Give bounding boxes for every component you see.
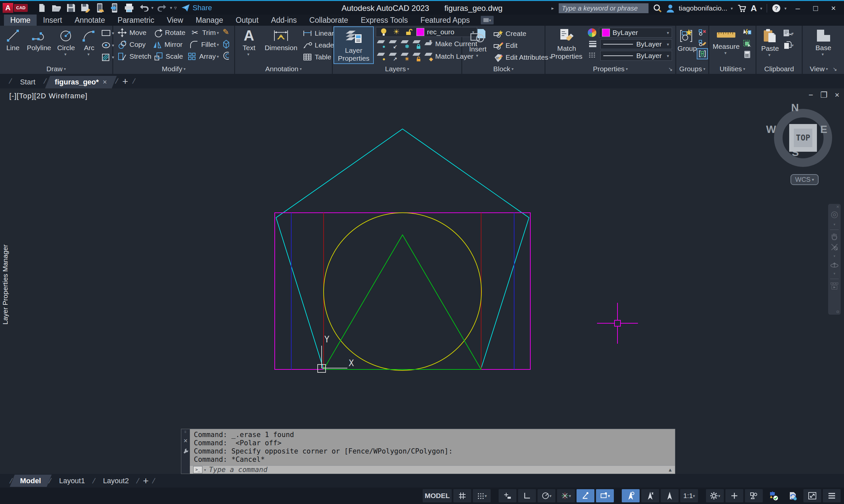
insert-block-tool[interactable]: Insert ▾ [466,27,490,63]
tab-layout1[interactable]: Layout1 [51,474,93,487]
ribbon-display-toggle[interactable]: ▾ [481,16,494,24]
rotate-tool[interactable]: Rotate [153,27,188,38]
redo-icon[interactable] [157,3,168,13]
text-tool[interactable]: A Text ▾ [238,27,260,63]
navbar-collapse-icon[interactable]: ⊖ [836,309,839,314]
scale-dropdown-icon[interactable]: ▾ [693,493,695,498]
cyan-pentagon[interactable] [276,129,529,370]
tab-annotate[interactable]: Annotate [68,15,111,26]
ucs-y-label[interactable]: Y [324,335,329,344]
array-dropdown-icon[interactable]: ▾ [217,54,219,59]
ucs-x-label[interactable]: X [349,358,354,368]
new-drawing-tab-button[interactable]: + [122,76,128,87]
save-icon[interactable] [65,3,76,13]
crosshair-pickbox[interactable] [615,320,620,326]
copy-tool[interactable]: Copy [117,39,150,50]
hatch-tool-icon[interactable] [101,52,111,62]
search-input[interactable]: Type a keyword or phrase [559,3,649,13]
layer-unlock-icon[interactable] [404,27,414,37]
new-layout-button[interactable]: + [139,474,153,487]
navbar-close-icon[interactable]: ✕ [836,204,839,209]
annotation-autoscale-toggle[interactable] [641,489,659,502]
file-tab-start[interactable]: Start [13,76,42,88]
viewcube-north[interactable]: N [791,102,799,114]
open-folder-icon[interactable] [51,3,62,13]
trim-tool[interactable]: ✂Trim▾ [190,27,219,38]
panel-annotation-label[interactable]: Annotation▾ [235,65,332,73]
user-avatar-icon[interactable] [666,4,674,13]
user-dropdown-icon[interactable]: ▾ [731,6,733,11]
viewport-minimize-icon[interactable]: − [808,90,813,100]
minimize-button[interactable]: – [791,2,804,15]
file-tab-figuras-geo[interactable]: figuras_geo*× [48,76,114,88]
stretch-tool[interactable]: Stretch [117,51,152,62]
annotation-monitor-button[interactable] [725,489,743,502]
linetype-dropdown[interactable]: ByLayer ▾ [600,51,672,61]
line-tool[interactable]: Line [3,27,23,63]
hardware-acceleration-button[interactable] [764,489,782,502]
paste-dropdown-icon[interactable]: ▾ [769,52,771,57]
ungroup-icon[interactable] [697,28,707,38]
create-block-tool[interactable]: Create [493,29,551,39]
panel-groups-label[interactable]: Groups▾ [676,65,708,73]
viewport-controls-label[interactable]: [-][Top][2D Wireframe] [9,92,87,100]
snap-dropdown-icon[interactable]: ▾ [485,493,487,498]
viewcube-west[interactable]: W [766,123,776,136]
pan-hand-icon[interactable] [830,233,838,240]
command-close-icon[interactable]: ✕ [183,438,188,444]
fillet-dropdown-icon[interactable]: ▾ [217,42,219,47]
command-wrench-icon[interactable] [183,448,188,454]
tab-layout2[interactable]: Layout2 [95,474,137,487]
search-expand-icon[interactable]: ▸ [551,5,554,11]
ellipse-tool-icon[interactable] [101,40,111,50]
object-snap-tracking-toggle[interactable]: ▾ [557,489,575,502]
command-window-grip[interactable]: ⠿ ✕ [181,429,190,474]
new-file-icon[interactable] [36,3,48,13]
edit-block-tool[interactable]: Edit [493,40,551,51]
command-history[interactable]: Command: _.erase 1 foundCommand: <Polar … [190,429,675,465]
workspace-dropdown-icon[interactable]: ▾ [718,493,721,498]
group-selection-toggle-icon[interactable] [697,49,707,59]
wcs-dropdown[interactable]: WCS▾ [791,174,819,185]
measure-dropdown-icon[interactable]: ▾ [724,51,727,55]
annotation-visibility-toggle[interactable] [622,489,640,502]
drawing-canvas[interactable]: YX [-][Top][2D Wireframe] − ❐ × Layer Pr… [0,88,844,474]
tab-model[interactable]: Model [12,474,49,487]
mirror-tool[interactable]: Mirror [152,39,187,50]
layer-lock-icon[interactable] [411,39,421,49]
erase-icon[interactable]: ✎ [221,27,231,37]
explode-icon[interactable] [221,39,231,49]
layer-unisolate-icon[interactable]: ↗ [387,52,398,61]
viewcube-top-face[interactable]: TOP [789,124,817,152]
dynamic-input-dropdown-icon[interactable]: ▾ [608,493,610,498]
autodesk-dropdown-icon[interactable]: ▾ [760,6,762,11]
arc-tool[interactable]: Arc ▾ [79,27,99,63]
match-properties-button[interactable]: Match Properties [548,27,585,63]
copy-clip-dropdown-icon[interactable]: ▾ [792,43,794,48]
edit-attributes-tool[interactable]: Edit Attributes▾ [493,52,551,63]
redo-dropdown-icon[interactable]: ▾ [170,5,172,10]
undo-icon[interactable] [138,3,149,13]
array-tool[interactable]: Array▾ [187,51,219,62]
layer-isolate-icon[interactable]: ↙ [387,39,398,49]
polar-dropdown-icon[interactable]: ▾ [549,493,552,498]
ortho-toggle[interactable] [518,489,536,502]
panel-view-label[interactable]: View▾↘ [803,65,844,73]
tab-express-tools[interactable]: Express Tools [354,15,414,26]
layer-properties-manager-tab[interactable]: Layer Properties Manager [1,244,9,325]
polyline-tool[interactable]: Polyline [25,27,53,63]
layer-thaw-sun-icon[interactable]: ☀ [391,27,401,37]
viewport-close-icon[interactable]: × [835,90,839,100]
close-button[interactable]: × [827,2,840,15]
layer-freeze-icon[interactable]: ❄ [399,39,410,49]
panel-layers-label[interactable]: Layers▾ [333,65,461,73]
model-space-toggle[interactable]: MODEL [423,489,452,502]
object-color-dropdown[interactable]: ByLayer ▾ [599,28,672,38]
paste-button[interactable]: Paste ▾ [759,27,781,63]
infer-constraints-toggle[interactable] [499,489,516,502]
trim-dropdown-icon[interactable]: ▾ [217,30,219,35]
panel-modify-label[interactable]: Modify▾ [113,65,234,73]
layer-thaw-all-icon[interactable]: ☀ [399,52,410,61]
search-icon[interactable] [653,4,662,13]
scale-value-dropdown[interactable]: 1:1▾ [680,489,698,502]
